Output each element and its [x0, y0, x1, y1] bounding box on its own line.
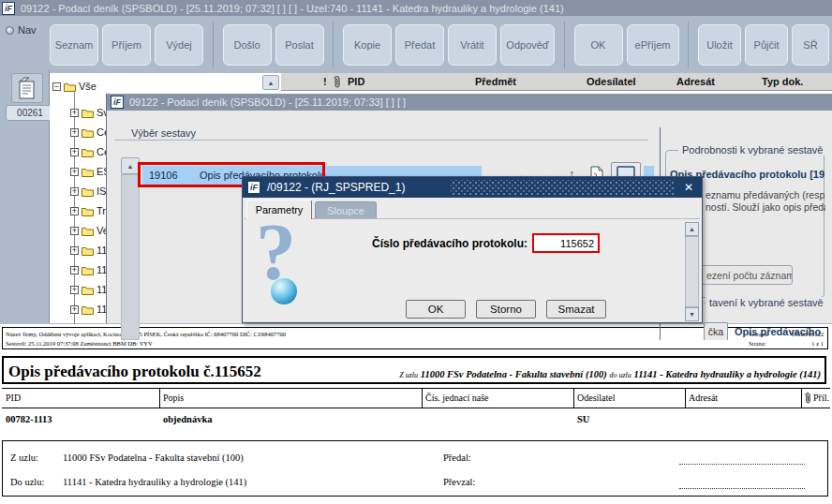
expand-icon[interactable]: +: [70, 128, 79, 137]
dialog-logo-icon: iF: [247, 181, 260, 194]
tree-scroll-up-button[interactable]: ▲: [262, 75, 279, 90]
adresat-column-header: Adresát: [676, 76, 715, 87]
inner-window-titlebar[interactable]: iF 09122 - Podací deník (SPSBOLD) - [25.…: [107, 94, 832, 111]
doc-col-popis: Popis: [163, 393, 184, 403]
ok-button[interactable]: OK: [574, 24, 623, 66]
predat-button[interactable]: Předat: [395, 24, 444, 66]
tree-item[interactable]: +ISI: [70, 184, 109, 199]
toolbar-group-list: Seznam Příjem Výdej: [50, 24, 203, 66]
eprijem-button[interactable]: ePříjem: [627, 24, 679, 66]
tree-item[interactable]: +ES: [70, 164, 111, 179]
doc-row-odesilatel: SU: [577, 414, 589, 424]
tab-sloupce[interactable]: Sloupce: [315, 201, 377, 219]
protocol-number-label: Číslo předávacího protokolu:: [355, 237, 527, 250]
group-border: [114, 140, 648, 141]
expand-icon[interactable]: +: [70, 109, 79, 117]
expand-icon[interactable]: +: [70, 168, 79, 176]
tree-item[interactable]: +Tr: [70, 203, 106, 218]
to-node-value: 11141 - Katedra hydrauliky a hydrologie …: [63, 477, 246, 487]
expand-icon[interactable]: +: [70, 286, 79, 294]
column-divider: [801, 389, 802, 408]
question-mark-graphic: ?: [250, 224, 325, 282]
print-document-button[interactable]: [11, 73, 43, 103]
nav-label: Nav: [18, 24, 37, 36]
paperclip-icon: [333, 75, 341, 89]
main-toolbar: Seznam Příjem Výdej Došlo Poslat Kopie P…: [50, 22, 829, 67]
kopie-button[interactable]: Kopie: [343, 24, 392, 66]
dialog-smazat-button[interactable]: Smazat: [546, 300, 606, 319]
settings-tab[interactable]: čka: [704, 322, 728, 340]
vratit-button[interactable]: Vrátit: [448, 24, 497, 66]
tree-item[interactable]: +11: [70, 302, 107, 317]
ulozit-button[interactable]: Uložit: [698, 24, 741, 66]
doc-col-cislo: Čís. jednací naše: [425, 393, 488, 403]
expand-icon[interactable]: +: [70, 266, 79, 274]
folder-icon: [82, 127, 94, 138]
expand-icon[interactable]: +: [70, 227, 79, 235]
prijem-button[interactable]: Příjem: [102, 24, 151, 66]
doc-row-pid: 00782-1113: [6, 414, 52, 424]
tree-item[interactable]: +Ce: [70, 125, 110, 140]
question-ball-icon: [271, 278, 297, 304]
predal-label: Předal:: [443, 452, 471, 463]
report-list-scroll-up-button[interactable]: ▲: [121, 157, 140, 174]
expand-icon[interactable]: +: [70, 246, 79, 255]
signature-line: [679, 464, 805, 465]
limit-records-button[interactable]: ezení počtu záznamů: [697, 265, 793, 285]
dialog-scroll-down-button[interactable]: ▼: [685, 307, 699, 321]
report-title-box: Opis předávacího protokolu č.115652 Z uz…: [2, 356, 826, 384]
toolbar-group-confirm: OK ePříjem: [574, 24, 679, 66]
folder-icon: [82, 167, 94, 177]
protocol-number-input[interactable]: [532, 233, 600, 253]
collapse-icon[interactable]: −: [52, 82, 61, 91]
tree-root-vse[interactable]: − Vše: [52, 79, 97, 94]
tree-item[interactable]: +11: [70, 262, 107, 277]
typ-dok-column-header: Typ dok.: [762, 76, 803, 87]
dialog-ok-button[interactable]: OK: [406, 300, 466, 319]
details-group-label: Podrobnosti k vybrané sestavě: [678, 144, 826, 156]
nav-control[interactable]: Nav: [6, 24, 37, 36]
toolbar-group-mail: Došlo Poslat: [223, 24, 324, 66]
poslat-button[interactable]: Poslat: [275, 24, 324, 66]
paperclip-icon: [804, 392, 811, 405]
column-divider: [685, 389, 686, 408]
tree-item[interactable]: +11: [70, 282, 107, 297]
report-list-scrollbar[interactable]: [121, 174, 140, 340]
seznam-button[interactable]: Seznam: [50, 24, 98, 66]
doslo-button[interactable]: Došlo: [223, 24, 272, 66]
dialog-storno-button[interactable]: Storno: [476, 300, 536, 319]
record-count-badge: 00261: [6, 105, 54, 121]
toolbar-group-save: Uložit Půjčit SŘ: [698, 24, 829, 66]
tab-parametry[interactable]: Parametry: [246, 200, 312, 219]
folder-icon: [82, 226, 94, 236]
dialog-scroll-up-button[interactable]: ▲: [685, 222, 699, 236]
folder-icon: [82, 108, 94, 118]
expand-icon[interactable]: +: [70, 187, 79, 196]
document-print-icon: [15, 76, 39, 100]
close-icon[interactable]: ✕: [681, 180, 696, 195]
signature-line: [679, 488, 805, 489]
sr-button[interactable]: SŘ: [792, 24, 829, 66]
odesilatel-column-header: Odesílatel: [587, 76, 636, 87]
app-logo-icon: iF: [2, 2, 15, 15]
vydej-button[interactable]: Výdej: [155, 24, 203, 66]
tree-item[interactable]: +Ve: [70, 223, 109, 238]
tree-item[interactable]: +11: [70, 243, 107, 258]
toolbar-separator: [213, 22, 214, 68]
expand-icon[interactable]: +: [70, 305, 79, 314]
tree-item[interactable]: +Sv: [70, 105, 109, 120]
details-description-line1: eznamu předávaných (resp. p: [706, 189, 825, 200]
to-node-label: Do uzlu:: [10, 477, 44, 487]
prevzal-label: Převzal:: [443, 477, 475, 487]
odpoved-button[interactable]: Odpověď: [500, 24, 555, 66]
dialog-titlebar[interactable]: iF /09122 - (RJ_SPSPRED_1) ✕: [243, 177, 702, 198]
expand-icon[interactable]: +: [70, 207, 79, 215]
dialog-scrollbar[interactable]: [685, 236, 699, 307]
pujcit-button[interactable]: Půjčit: [745, 24, 788, 66]
report-title: Opis předávacího protokolu č.115652: [8, 363, 261, 381]
folder-icon: [82, 245, 94, 256]
tree-item[interactable]: +Ce: [70, 144, 110, 159]
main-window-title: 09122 - Podací deník (SPSBOLD) - [25.11.…: [21, 3, 564, 14]
from-node-value: 11000 FSv Podatelna - Fakulta stavební (…: [63, 452, 244, 463]
expand-icon[interactable]: +: [70, 148, 79, 156]
